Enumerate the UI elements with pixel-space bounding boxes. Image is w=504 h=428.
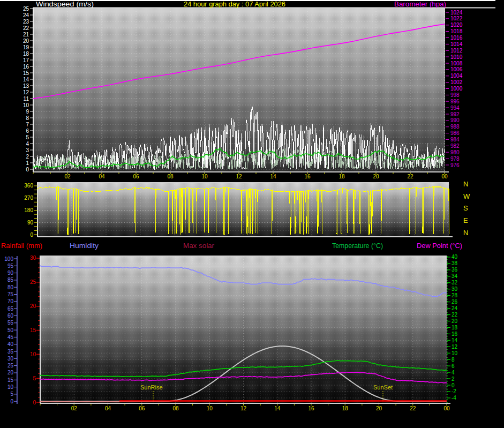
svg-text:06: 06 (133, 174, 139, 179)
svg-text:998: 998 (450, 92, 460, 98)
svg-text:36: 36 (452, 267, 458, 273)
svg-text:16: 16 (452, 331, 458, 337)
svg-text:4: 4 (452, 370, 455, 376)
svg-text:12: 12 (452, 344, 458, 350)
svg-text:-4: -4 (452, 395, 456, 401)
svg-text:25: 25 (23, 6, 29, 12)
svg-text:06: 06 (139, 406, 145, 411)
svg-text:20: 20 (376, 406, 382, 411)
svg-text:23: 23 (23, 19, 29, 25)
svg-text:65: 65 (7, 306, 14, 312)
svg-text:-2: -2 (452, 388, 456, 394)
svg-text:1014: 1014 (450, 41, 463, 47)
svg-text:996: 996 (450, 99, 460, 104)
svg-text:55: 55 (7, 320, 14, 326)
svg-text:N: N (463, 229, 468, 237)
svg-text:70: 70 (7, 298, 14, 304)
svg-text:17: 17 (23, 57, 29, 63)
svg-text:1000: 1000 (450, 86, 463, 92)
svg-text:0: 0 (26, 167, 29, 172)
svg-text:30: 30 (452, 286, 458, 292)
svg-text:25: 25 (30, 279, 36, 285)
svg-text:22: 22 (452, 312, 458, 318)
svg-text:0: 0 (452, 382, 455, 388)
svg-text:30: 30 (30, 255, 36, 261)
svg-text:50: 50 (7, 327, 14, 333)
svg-text:1010: 1010 (450, 54, 463, 60)
svg-text:35: 35 (7, 349, 14, 355)
svg-text:S: S (463, 204, 468, 212)
svg-text:04: 04 (105, 406, 111, 411)
svg-text:12: 12 (240, 406, 247, 411)
svg-text:16: 16 (304, 174, 311, 179)
svg-text:28: 28 (452, 292, 458, 298)
svg-text:15: 15 (30, 327, 36, 333)
svg-text:45: 45 (7, 334, 14, 340)
svg-text:14: 14 (452, 337, 458, 343)
svg-text:11: 11 (24, 96, 29, 102)
svg-text:1016: 1016 (450, 35, 463, 41)
svg-text:90: 90 (7, 270, 14, 276)
svg-text:980: 980 (450, 149, 460, 155)
svg-text:18: 18 (23, 51, 29, 57)
svg-text:12: 12 (236, 174, 242, 179)
svg-text:5: 5 (10, 391, 13, 397)
svg-text:SunRise: SunRise (140, 384, 163, 391)
svg-text:14: 14 (23, 77, 29, 82)
svg-text:20: 20 (452, 318, 458, 324)
svg-text:1008: 1008 (450, 61, 463, 66)
svg-text:1024: 1024 (450, 10, 463, 16)
svg-text:60: 60 (7, 313, 14, 319)
svg-text:Windspeed (m/s): Windspeed (m/s) (36, 0, 94, 8)
svg-text:Max solar: Max solar (183, 242, 214, 250)
svg-text:994: 994 (450, 105, 460, 111)
svg-text:5: 5 (33, 376, 36, 381)
svg-text:10: 10 (452, 350, 458, 356)
svg-text:1022: 1022 (450, 16, 463, 21)
svg-text:24: 24 (452, 305, 458, 311)
svg-text:85: 85 (7, 277, 14, 283)
svg-text:12: 12 (23, 89, 29, 95)
svg-text:24 hour graph day : 07 April 2: 24 hour graph day : 07 April 2026 (184, 0, 285, 8)
svg-text:978: 978 (450, 156, 460, 162)
svg-text:4: 4 (26, 141, 29, 147)
svg-text:990: 990 (450, 117, 460, 123)
svg-text:10: 10 (7, 384, 14, 390)
svg-text:988: 988 (450, 124, 460, 130)
svg-text:38: 38 (452, 260, 458, 266)
svg-text:0: 0 (10, 399, 13, 404)
svg-text:26: 26 (452, 299, 458, 305)
svg-text:80: 80 (7, 284, 14, 290)
svg-text:32: 32 (452, 280, 458, 286)
svg-text:1018: 1018 (450, 28, 463, 34)
svg-text:15: 15 (23, 70, 29, 76)
svg-text:Barometer (hpa): Barometer (hpa) (394, 0, 446, 8)
svg-text:984: 984 (450, 137, 460, 142)
svg-text:180: 180 (24, 207, 33, 213)
svg-text:1002: 1002 (450, 79, 463, 85)
svg-text:7: 7 (26, 122, 29, 127)
svg-text:10: 10 (201, 174, 208, 179)
svg-text:04: 04 (99, 174, 105, 179)
svg-text:Temperature (°C): Temperature (°C) (332, 242, 383, 250)
svg-text:0: 0 (30, 232, 33, 238)
svg-text:0: 0 (33, 400, 36, 406)
svg-text:16: 16 (308, 406, 314, 411)
svg-text:992: 992 (450, 111, 460, 117)
svg-text:18: 18 (338, 174, 345, 179)
svg-text:00: 00 (443, 406, 450, 411)
svg-text:Rainfall (mm): Rainfall (mm) (1, 242, 42, 250)
svg-text:Humidity: Humidity (70, 242, 99, 250)
svg-text:Dew Point (°C): Dew Point (°C) (417, 242, 462, 250)
svg-text:986: 986 (450, 130, 460, 136)
svg-text:20: 20 (7, 370, 14, 376)
svg-text:75: 75 (7, 291, 14, 297)
svg-text:02: 02 (71, 406, 78, 411)
svg-text:10: 10 (30, 351, 36, 357)
svg-text:6: 6 (452, 363, 455, 369)
svg-text:20: 20 (30, 303, 36, 309)
svg-text:18: 18 (342, 406, 349, 411)
svg-text:3: 3 (26, 147, 29, 153)
svg-text:9: 9 (26, 109, 29, 115)
svg-text:40: 40 (452, 254, 458, 260)
